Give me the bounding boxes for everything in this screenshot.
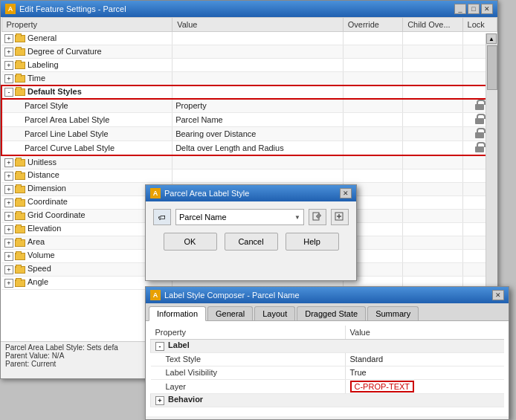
composer-title-bar: A Label Style Composer - Parcel Name ✕ <box>146 287 509 303</box>
behavior-group-header: Behavior <box>168 395 203 404</box>
main-window-icon: A <box>5 4 16 14</box>
scroll-up-button[interactable]: ▲ <box>486 33 497 44</box>
table-row[interactable]: +Degree of Curvature <box>1 45 497 59</box>
expand-icon[interactable]: + <box>4 61 13 70</box>
expand-icon[interactable]: + <box>4 198 13 207</box>
new-style-button[interactable] <box>331 209 349 225</box>
folder-icon <box>15 239 25 247</box>
table-row[interactable]: Label Visibility True <box>151 366 505 379</box>
edit-style-button[interactable] <box>309 209 326 225</box>
expand-icon[interactable]: + <box>4 172 13 181</box>
col-child-override: Child Ove... <box>403 18 462 32</box>
behavior-group-expand[interactable]: + <box>155 396 164 405</box>
expand-icon[interactable]: + <box>4 48 13 56</box>
combo-dropdown-arrow: ▼ <box>294 214 300 221</box>
table-row[interactable]: Layer C-PROP-TEXT <box>151 379 505 393</box>
table-row[interactable]: +Distance <box>1 169 497 182</box>
scroll-thumb[interactable] <box>487 45 497 90</box>
folder-icon <box>15 186 25 193</box>
tab-bar: Information General Layout Dragged State… <box>146 303 509 321</box>
expand-icon[interactable]: + <box>4 252 13 261</box>
expand-icon[interactable]: + <box>4 34 13 43</box>
parcel-dialog-close[interactable]: ✕ <box>340 188 352 198</box>
close-button[interactable]: ✕ <box>481 4 493 14</box>
expand-icon[interactable]: + <box>4 185 13 194</box>
expand-icon[interactable]: + <box>4 279 13 288</box>
table-row[interactable]: Parcel Style Property <box>1 99 497 113</box>
label-visibility-label: Label Visibility <box>151 366 346 379</box>
parcel-dialog-row: 🏷 Parcel Name ▼ <box>153 209 349 225</box>
lock-icon <box>475 128 484 138</box>
folder-icon <box>15 226 25 233</box>
text-style-value: Standard <box>345 352 504 366</box>
expand-icon[interactable]: + <box>4 239 13 248</box>
folder-icon <box>15 266 25 274</box>
parcel-dialog-title-bar: A Parcel Area Label Style ✕ <box>146 185 356 201</box>
expand-icon[interactable]: - <box>4 88 13 97</box>
composer-col-property: Property <box>151 326 346 339</box>
help-button[interactable]: Help <box>286 233 339 251</box>
folder-icon <box>15 75 25 83</box>
lock-icon <box>475 114 484 124</box>
label-visibility-value: True <box>345 366 504 379</box>
tab-summary[interactable]: Summary <box>367 306 419 320</box>
ok-button[interactable]: OK <box>164 233 217 251</box>
cancel-button[interactable]: Cancel <box>225 233 278 251</box>
main-window-title: Edit Feature Settings - Parcel <box>19 4 126 13</box>
parcel-dialog-icon: A <box>150 188 161 198</box>
composer-icon: A <box>150 290 161 300</box>
table-row[interactable]: +Labeling <box>1 59 497 72</box>
folder-icon <box>15 213 25 220</box>
label-group-expand[interactable]: - <box>155 342 164 351</box>
style-combo-box[interactable]: Parcel Name ▼ <box>175 209 304 225</box>
style-preview-icon: 🏷 <box>153 209 171 225</box>
expand-icon[interactable]: + <box>4 212 13 221</box>
table-row[interactable]: -Default Styles <box>1 85 497 99</box>
title-bar-controls: _ □ ✕ <box>454 4 493 14</box>
tab-dragged-state[interactable]: Dragged State <box>297 306 366 320</box>
folder-icon <box>15 199 25 207</box>
parcel-dialog-buttons: OK Cancel Help <box>153 233 349 251</box>
composer-close[interactable]: ✕ <box>492 290 504 300</box>
combo-selected-value: Parcel Name <box>179 213 227 222</box>
composer-col-value: Value <box>345 326 504 339</box>
layer-label: Layer <box>151 379 346 393</box>
main-title-bar: A Edit Feature Settings - Parcel _ □ ✕ <box>1 1 497 17</box>
expand-icon[interactable]: + <box>4 225 13 234</box>
composer-prop-table: Property Value - Label Text Style Standa… <box>150 326 504 407</box>
folder-icon <box>15 253 25 260</box>
folder-icon <box>15 48 25 56</box>
lock-icon <box>475 100 484 110</box>
expand-icon[interactable]: + <box>4 158 13 167</box>
table-row[interactable]: +Time <box>1 72 497 85</box>
table-row[interactable]: +General <box>1 32 497 45</box>
lock-icon <box>475 142 484 152</box>
col-value: Value <box>172 18 344 32</box>
parcel-area-dialog: A Parcel Area Label Style ✕ 🏷 Parcel Nam… <box>145 184 357 281</box>
table-row[interactable]: +Unitless <box>1 155 497 169</box>
expand-icon[interactable]: + <box>4 265 13 274</box>
folder-icon <box>15 172 25 180</box>
expand-icon[interactable]: + <box>4 74 13 83</box>
parcel-dialog-title: Parcel Area Label Style <box>164 189 249 198</box>
tab-layout[interactable]: Layout <box>254 306 295 320</box>
folder-icon <box>15 62 25 69</box>
col-lock: Lock <box>462 18 497 32</box>
table-row: - Label <box>151 339 505 352</box>
folder-icon <box>15 88 25 96</box>
text-style-label: Text Style <box>151 352 346 366</box>
col-override: Override <box>343 18 402 32</box>
maximize-button[interactable]: □ <box>468 4 480 14</box>
folder-icon <box>15 159 25 167</box>
parcel-dialog-content: 🏷 Parcel Name ▼ OK Cancel Help <box>146 201 356 258</box>
table-row[interactable]: Parcel Curve Label Style Delta over Leng… <box>1 141 497 156</box>
minimize-button[interactable]: _ <box>454 4 466 14</box>
composer-window: A Label Style Composer - Parcel Name ✕ I… <box>145 286 509 420</box>
folder-icon <box>15 280 25 287</box>
table-row[interactable]: Parcel Area Label Style Parcel Name <box>1 113 497 127</box>
table-row[interactable]: Text Style Standard <box>151 352 505 366</box>
tab-information[interactable]: Information <box>149 306 206 321</box>
table-row[interactable]: Parcel Line Label Style Bearing over Dis… <box>1 127 497 141</box>
col-property: Property <box>1 18 172 32</box>
tab-general[interactable]: General <box>207 306 253 320</box>
